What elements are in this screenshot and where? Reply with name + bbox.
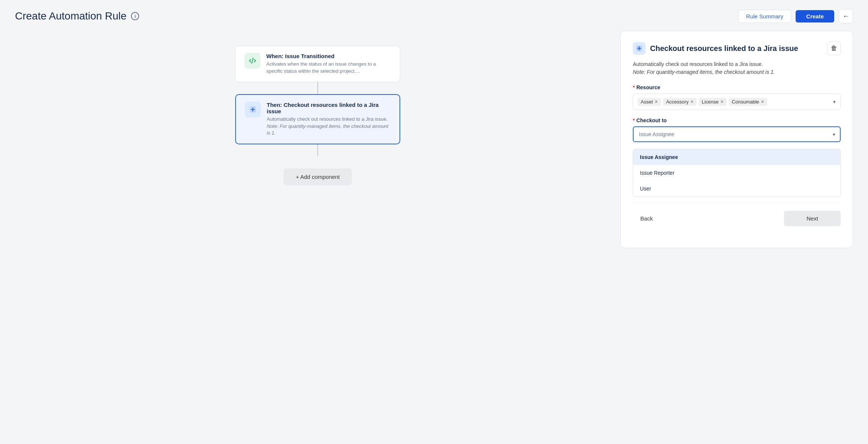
right-panel: Checkout resources linked to a Jira issu… [620,31,853,248]
tag-asset-close[interactable]: × [655,99,658,104]
resource-label: * Resource [633,84,841,90]
back-arrow-icon: ← [842,12,849,20]
tag-accessory-close[interactable]: × [691,99,694,104]
trigger-card-text: When: Issue Transitioned Activates when … [266,53,391,75]
panel-footer: Back Next [633,203,841,235]
panel-header: Checkout resources linked to a Jira issu… [633,42,841,55]
trigger-card-icon [245,53,260,69]
back-button[interactable]: Back [633,212,660,225]
action-card-title: Then: Checkout resources linked to a Jir… [267,102,390,114]
action-card-text: Then: Checkout resources linked to a Jir… [267,102,390,137]
rule-summary-button[interactable]: Rule Summary [738,10,791,23]
back-arrow-button[interactable]: ← [839,9,853,23]
page-title: Create Automation Rule [15,10,126,22]
action-card-description: Automatically check out resources linked… [267,116,390,137]
title-area: Create Automation Rule i [15,10,139,22]
tags-dropdown-arrow-icon: ▾ [833,99,836,105]
resource-tags-field[interactable]: Asset × Accessory × License × Consumable… [633,93,841,110]
canvas-area: When: Issue Transitioned Activates when … [15,31,620,422]
create-button[interactable]: Create [796,10,834,22]
checkout-to-label: * Checkout to [633,117,841,123]
panel-icon [633,42,646,55]
checkout-select[interactable]: Issue Assignee [633,126,841,142]
trigger-card-description: Activates when the status of an issue ch… [266,61,391,75]
top-bar: Create Automation Rule i Rule Summary Cr… [0,0,868,31]
trash-icon: 🗑 [831,45,837,52]
delete-button[interactable]: 🗑 [827,42,841,55]
trigger-card[interactable]: When: Issue Transitioned Activates when … [235,46,400,82]
checkout-dropdown-menu: Issue Assignee Issue Reporter User [633,149,841,197]
next-button[interactable]: Next [784,211,841,226]
flow-container: When: Issue Transitioned Activates when … [235,46,400,185]
tag-asset[interactable]: Asset × [638,98,661,106]
panel-description: Automatically check out resources linked… [633,60,841,76]
add-component-button[interactable]: + Add component [284,168,351,185]
trigger-card-title: When: Issue Transitioned [266,53,391,59]
tag-license-close[interactable]: × [721,99,724,104]
top-actions: Rule Summary Create ← [738,9,853,23]
tag-license[interactable]: License × [699,98,727,106]
tag-consumable-close[interactable]: × [761,99,764,104]
dropdown-item-issue-reporter[interactable]: Issue Reporter [633,165,840,181]
panel-title: Checkout resources linked to a Jira issu… [650,44,798,53]
action-card-icon [245,102,261,117]
connector-line-2 [317,144,318,156]
connector-line-1 [317,82,318,94]
tag-consumable[interactable]: Consumable × [729,98,767,106]
required-star-checkout: * [633,117,635,123]
tag-accessory[interactable]: Accessory × [663,98,697,106]
dropdown-item-user[interactable]: User [633,181,840,196]
panel-header-left: Checkout resources linked to a Jira issu… [633,42,798,55]
action-card[interactable]: Then: Checkout resources linked to a Jir… [235,94,400,145]
dropdown-item-issue-assignee[interactable]: Issue Assignee [633,149,840,165]
main-content: When: Issue Transitioned Activates when … [0,31,868,437]
info-icon[interactable]: i [131,12,139,20]
required-star-resource: * [633,84,635,90]
checkout-select-wrapper: Issue Assignee ▾ [633,126,841,142]
